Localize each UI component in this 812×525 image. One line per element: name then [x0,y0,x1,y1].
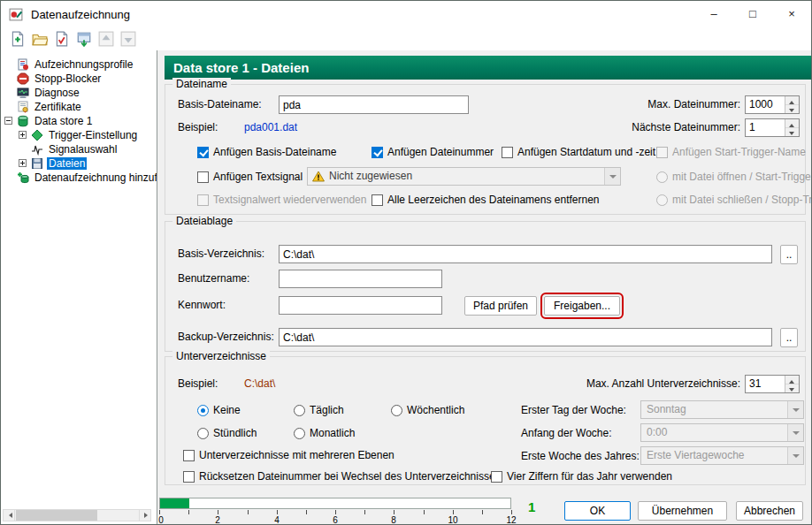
groupbox-legend: Dateiablage [172,215,236,227]
tree-item-signalauswahl[interactable]: Signalauswahl [31,142,119,156]
trigger-diamond-icon [31,129,43,141]
app-icon [9,7,24,22]
scroll-right-icon[interactable] [139,510,150,521]
backup-verzeichnis-browse-button[interactable]: .. [780,328,798,347]
spinner-down-icon[interactable] [785,105,799,114]
export-save-icon[interactable] [76,31,92,47]
max-anzahl-spinner[interactable]: 31 [745,375,800,393]
datenaufzeichnung-window: Datenaufzeichnung – □ × Aufzeic [0,0,812,525]
spinner-up-icon[interactable] [785,376,799,384]
checkbox-checked-icon [372,147,383,158]
tree-item-datenaufzeichnung-hinzufuegen[interactable]: Datenaufzeichnung hinzufüg [17,171,157,185]
checkbox-mehrere-ebenen[interactable]: Unterverzeichnisse mit mehreren Ebenen [183,448,395,462]
benutzername-input[interactable] [279,270,442,288]
maximize-button[interactable]: □ [733,1,772,27]
minimize-button[interactable]: – [694,1,733,27]
radio-keine[interactable]: Keine [197,403,241,417]
progress-value: 1 [528,499,535,514]
tree-item-aufzeichnungsprofile[interactable]: Aufzeichnungsprofile [17,57,134,72]
scale-label: 4 [274,515,280,525]
scroll-left-icon[interactable] [4,510,15,521]
checkbox-ruecksetzen-dateinummer[interactable]: Rücksetzen Dateinummer bei Wechsel des U… [183,469,501,483]
expander-minus-icon[interactable] [4,117,12,125]
move-up-icon [98,31,114,47]
uebernehmen-button[interactable]: Übernehmen [638,501,727,521]
radio-icon [391,405,402,416]
naechste-dateinummer-spinner[interactable]: 1 [745,118,800,137]
erster-tag-label: Erster Tag der Woche: [521,401,626,419]
new-recording-icon[interactable] [10,31,26,47]
tree-item-dateien[interactable]: Dateien [31,156,87,171]
ok-button[interactable]: OK [564,501,631,521]
spinner-up-icon[interactable] [785,119,799,128]
checkbox-anfuegen-starttrigger-name: Anfügen Start-Trigger-Name [656,145,806,159]
selected-tree-label: Dateien [47,157,87,170]
max-dateinummer-label: Max. Dateinummer: [630,95,740,113]
tree-item-zertifikate[interactable]: Zertifikate [17,100,83,114]
chevron-down-icon [787,424,803,441]
navigation-tree: Aufzeichnungsprofile Stopp-Blocker Diagn… [1,50,157,524]
tree-item-diagnose[interactable]: Diagnose [17,86,81,100]
tree-item-stopp-blocker[interactable]: Stopp-Blocker [17,72,103,86]
main-panel: Data store 1 - Dateien Dateiname Basis-D… [157,50,811,524]
checkbox-checked-icon [197,147,209,158]
spinner-buttons[interactable] [785,119,799,136]
window-controls: – □ × [694,1,811,27]
basis-dateiname-input[interactable] [279,95,469,114]
radio-disabled-icon [656,194,668,206]
groupbox-legend: Dateiname [172,78,231,90]
close-button[interactable]: × [772,1,811,27]
groupbox-dateiname: Dateiname Basis-Dateiname: Max. Dateinum… [165,84,806,215]
checkbox-disabled-icon [656,147,668,158]
chevron-down-icon [787,401,803,418]
radio-woechentlich[interactable]: Wöchentlich [391,403,464,417]
scrollbar-thumb[interactable] [16,510,97,521]
pfad-pruefen-button[interactable]: Pfad prüfen [464,296,537,316]
checkbox-anfuegen-basis-dateiname[interactable]: Anfügen Basis-Dateiname [197,145,336,159]
max-anzahl-label: Max. Anzahl Unterverzeichnisse: [568,375,740,392]
backup-verzeichnis-input[interactable] [279,328,772,346]
checkbox-vier-ziffern[interactable]: Vier Ziffern für das Jahr verwenden [491,469,672,483]
basis-verzeichnis-label: Basis-Verzeichnis: [178,245,264,262]
checkbox-icon [197,171,209,183]
scale-label: 12 [506,515,516,525]
expander-plus-icon[interactable] [19,131,27,139]
checkbox-icon [183,450,195,461]
basis-verzeichnis-input[interactable] [279,245,772,263]
spinner-up-icon[interactable] [785,96,799,105]
radio-stuendlich[interactable]: Stündlich [197,426,257,440]
certificate-icon [17,101,29,113]
spinner-down-icon[interactable] [785,384,799,393]
checkbox-anfuegen-textsignal[interactable]: Anfügen Textsignal [197,170,303,184]
tree-item-trigger-einstellung[interactable]: Trigger-Einstellung [31,128,139,142]
stop-sign-icon [17,72,29,85]
abbrechen-button[interactable]: Abbrechen [736,501,803,521]
expander-plus-icon[interactable] [19,159,27,167]
move-down-icon [120,31,136,47]
tree-item-data-store-1[interactable]: Data store 1 [17,114,94,128]
page-title: Data store 1 - Dateien [165,56,811,80]
checkbox-leerzeichen-entfernen[interactable]: Alle Leerzeichen des Dateinamens entfern… [372,193,599,207]
monitor-icon [17,87,29,99]
new-profile-icon[interactable] [54,31,70,47]
toolbar [1,27,811,50]
checkbox-anfuegen-dateinummer[interactable]: Anfügen Dateinummer [372,145,494,159]
max-dateinummer-spinner[interactable]: 1000 [745,95,800,114]
open-folder-icon[interactable] [32,31,48,47]
freigaben-button[interactable]: Freigaben... [544,296,620,316]
tree-horizontal-scrollbar[interactable] [3,509,151,521]
spinner-down-icon[interactable] [785,128,799,137]
radio-monatlich[interactable]: Monatlich [294,426,355,440]
checkbox-anfuegen-startdatum[interactable]: Anfügen Startdatum und -zeit [502,145,655,159]
basis-verzeichnis-browse-button[interactable]: .. [780,245,798,264]
kennwort-input[interactable] [279,296,442,315]
scale-label: 8 [391,515,396,525]
spinner-buttons[interactable] [785,376,799,392]
radio-taeglich[interactable]: Täglich [294,403,344,417]
groupbox-unterverzeichnisse: Unterverzeichnisse Beispiel: C:\dat\ Max… [165,356,806,485]
radio-selected-icon [197,405,209,416]
basis-dateiname-label: Basis-Dateiname: [178,95,262,113]
erster-tag-select: Sonntag [640,400,804,419]
spinner-buttons[interactable] [785,96,799,113]
benutzername-label: Benutzername: [178,270,249,287]
